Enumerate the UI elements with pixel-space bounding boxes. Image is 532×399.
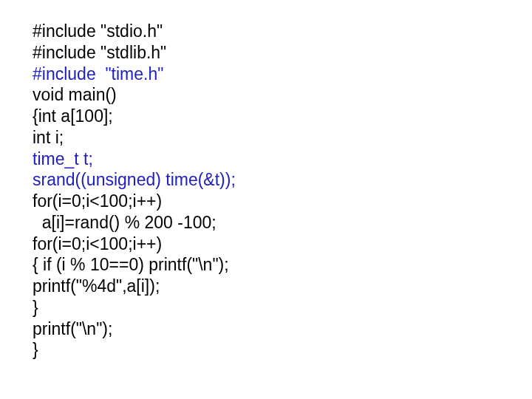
code-line: #include "stdio.h" bbox=[33, 21, 532, 42]
code-line: time_t t; bbox=[33, 149, 532, 170]
code-line: } bbox=[33, 297, 532, 318]
code-line: printf("\n"); bbox=[33, 318, 532, 340]
code-line: { if (i % 10==0) printf("\n"); bbox=[33, 254, 532, 276]
slide: #include "stdio.h" #include "stdlib.h" #… bbox=[0, 0, 532, 399]
code-line: srand((unsigned) time(&t)); bbox=[33, 169, 532, 191]
code-line: #include "time.h" bbox=[33, 64, 532, 85]
code-line: void main() bbox=[33, 84, 532, 106]
code-line: a[i]=rand() % 200 -100; bbox=[33, 212, 532, 233]
code-line: {int a[100]; bbox=[33, 106, 532, 127]
code-line: for(i=0;i<100;i++) bbox=[33, 233, 532, 255]
code-line: int i; bbox=[33, 127, 532, 149]
code-line: } bbox=[33, 339, 532, 361]
code-line: for(i=0;i<100;i++) bbox=[33, 191, 532, 212]
code-line: printf("%4d",a[i]); bbox=[33, 276, 532, 297]
code-line: #include "stdlib.h" bbox=[33, 42, 532, 64]
